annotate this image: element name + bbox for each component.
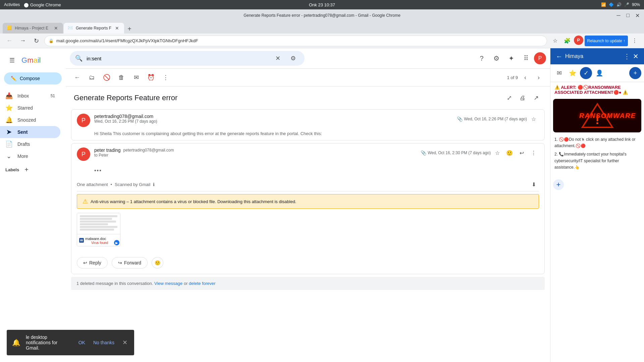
forward-button[interactable]: → (17, 36, 28, 46)
address-bar-row: ← → ↻ 🔒 mail.google.com/mail/u/1/#sent/F… (0, 34, 644, 48)
settings-button[interactable]: ⚙ (490, 52, 503, 65)
next-message-button[interactable]: › (533, 71, 545, 83)
bookmark-button[interactable]: ☆ (550, 36, 560, 46)
sidebar-title: Himaya (565, 53, 621, 59)
sidebar-check-button[interactable]: ✓ (580, 67, 592, 79)
view-message-link[interactable]: View message (154, 281, 182, 286)
search-input[interactable] (87, 56, 268, 61)
sidebar-item-starred[interactable]: ⭐ Starred (0, 102, 60, 114)
more-button-2[interactable]: ⋮ (528, 147, 539, 158)
page-nav: 1 of 9 ‹ › (507, 71, 545, 83)
chrome-title-text: Generate Reports Feature error - petertr… (244, 13, 400, 18)
minimize-button[interactable]: ─ (614, 11, 623, 19)
message-meta-1: petertrading078@gmail.com Wed, Oct 16, 2… (94, 114, 453, 124)
tab-close-2[interactable]: ✕ (114, 25, 120, 31)
address-bar[interactable]: 🔒 mail.google.com/mail/u/1/#sent/FMfcgzQ… (44, 36, 547, 46)
reply-button-2[interactable]: ↩ (516, 147, 527, 158)
forward-button[interactable]: ↪ Forward (112, 257, 148, 268)
compose-label: Compose (20, 76, 40, 81)
sidebar-item-sent[interactable]: ➤ Sent (0, 126, 60, 138)
message-header-1[interactable]: P petertrading078@gmail.com Wed, Oct 16,… (71, 110, 544, 131)
expand-all-button[interactable]: ⤢ (503, 92, 515, 104)
battery-text: 90% (632, 2, 640, 7)
sparkle-button[interactable]: ✦ (504, 52, 518, 65)
reply-button[interactable]: ↩ Reply (77, 257, 108, 268)
prev-message-button[interactable]: ‹ (519, 71, 531, 83)
delete-forever-link[interactable]: delete forever (189, 281, 216, 286)
word-icon: W (79, 238, 84, 243)
search-button[interactable]: 🔍 (75, 55, 83, 62)
attachment-file[interactable]: W malware.doc Virus found ▶ (77, 213, 124, 246)
sidebar-item-snoozed[interactable]: 🔔 Snoozed (0, 114, 60, 126)
star-button-1[interactable]: ☆ (528, 114, 539, 124)
sidebar-star-button[interactable]: ⭐ (567, 67, 579, 79)
extensions-button[interactable]: 🧩 (562, 36, 573, 46)
sidebar-person-button[interactable]: 👤 (593, 67, 605, 79)
notification-ok-button[interactable]: OK (77, 339, 87, 347)
antivirus-warning: ⚠ Anti-virus warning – 1 attachment cont… (77, 194, 539, 209)
new-window-button[interactable]: ↗ (530, 92, 542, 104)
account-button[interactable]: P (574, 36, 583, 45)
subject-text: Generate Reports Feature error (74, 94, 177, 102)
chrome-title-bar: Generate Reports Feature error - petertr… (0, 9, 644, 21)
back-to-inbox-button[interactable]: ← (71, 71, 83, 83)
notification-close-button[interactable]: ✕ (121, 338, 129, 348)
search-filter-button[interactable]: ⚙ (287, 52, 299, 64)
sidebar-back-button[interactable]: ← (556, 53, 562, 60)
activities-label[interactable]: Activities (4, 2, 20, 7)
delete-thread-button[interactable]: 🗑 (115, 71, 127, 83)
thread-toolbar: ← 🗂 🚫 🗑 ✉ ⏰ ⋮ 1 of 9 ‹ › (66, 69, 550, 86)
email-subject: Generate Reports Feature error ⤢ 🖨 ↗ (66, 86, 550, 107)
message-to-2[interactable]: to Peter (94, 153, 417, 158)
message-header-2[interactable]: P peter trading petertrading078@gmail.co… (71, 143, 544, 165)
attachment-area: One attachment • Scanned by Gmail ℹ ⬇ ⚠ … (71, 176, 544, 252)
report-spam-button[interactable]: 🚫 (101, 71, 113, 83)
chrome-menu-button[interactable]: ⋮ (629, 36, 640, 46)
sidebar-close-button[interactable]: ✕ (633, 52, 639, 60)
back-button[interactable]: ← (4, 36, 15, 46)
deleted-notice: 1 deleted message in this conversation. … (71, 277, 545, 290)
close-button[interactable]: ✕ (633, 11, 641, 19)
sidebar-envelope-button[interactable]: ✉ (553, 67, 565, 79)
help-button[interactable]: ? (475, 52, 488, 65)
tab-close-1[interactable]: ✕ (53, 25, 59, 31)
search-clear-button[interactable]: ✕ (272, 53, 283, 64)
emoji-reaction-button[interactable]: 🙂 (152, 257, 163, 268)
message-icons-2: 📎 Wed, Oct 16, 2:30 PM (7 days ago) ☆ 🙂 … (421, 147, 539, 158)
notification-no-thanks-button[interactable]: No thanks (92, 339, 116, 347)
notification-text: le desktop notifications for Gmail. (26, 335, 72, 351)
tab-generate-reports[interactable]: ✉️ Generate Reports F ✕ (64, 23, 124, 34)
archive-button[interactable]: 🗂 (86, 71, 98, 83)
sidebar-add-widget-button[interactable]: + (629, 67, 641, 79)
compose-button[interactable]: ✏️ Compose (4, 72, 62, 84)
apps-button[interactable]: ⠿ (519, 52, 533, 65)
add-label-button[interactable]: + (22, 165, 31, 174)
sidebar-bottom-add-button[interactable]: + (553, 179, 564, 190)
sound-icon: 🔊 (616, 2, 622, 7)
sidebar-item-drafts[interactable]: 📄 Drafts (0, 138, 60, 150)
subject-actions: ⤢ 🖨 ↗ (503, 92, 542, 104)
tab-himaya[interactable]: 🟨 Himaya - Project E ✕ (3, 23, 63, 34)
relaunch-button[interactable]: Relaunch to update ↑ (585, 36, 628, 46)
sender-2: peter trading (94, 147, 121, 153)
download-all-button[interactable]: ⬇ (528, 179, 539, 190)
print-button[interactable]: 🖨 (517, 92, 529, 104)
emoji-button-2[interactable]: 🙂 (504, 147, 515, 158)
sidebar-item-more[interactable]: ⌄ More (0, 150, 60, 162)
new-tab-button[interactable]: + (125, 24, 134, 34)
message-ellipsis-2: ••• (71, 165, 544, 176)
sidebar-menu-button[interactable]: ⋮ (624, 52, 630, 60)
reply-arrow-icon: ↩ (83, 260, 87, 265)
user-avatar-button[interactable]: P (534, 52, 546, 64)
star-button-2[interactable]: ☆ (492, 147, 503, 158)
maximize-button[interactable]: □ (624, 11, 632, 19)
hamburger-button[interactable]: ☰ (5, 54, 19, 67)
snooze-button[interactable]: ⏰ (145, 71, 157, 83)
message-date-display-1: Wed, Oct 16, 2:26 PM (7 days ago) (464, 117, 527, 121)
refresh-button[interactable]: ↻ (31, 36, 42, 46)
mic-icon: 🎤 (624, 2, 629, 7)
more-options-button[interactable]: ⋮ (160, 71, 172, 83)
info-icon[interactable]: ℹ (153, 182, 155, 187)
mark-unread-button[interactable]: ✉ (130, 71, 142, 83)
sidebar-item-inbox[interactable]: 📥 Inbox 51 (0, 90, 60, 102)
